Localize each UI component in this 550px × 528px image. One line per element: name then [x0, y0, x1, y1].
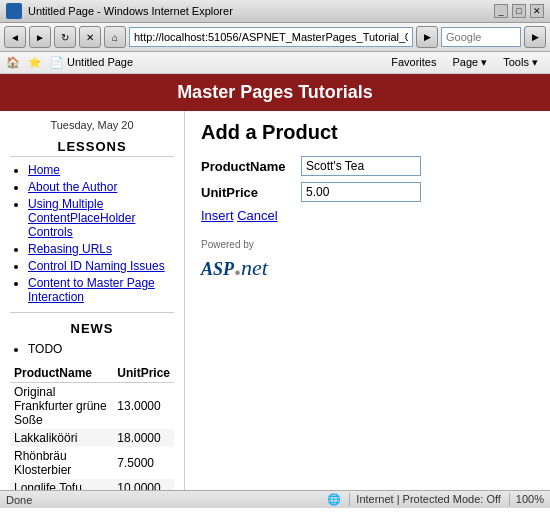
table-row: Original Frankfurter grüne Soße 13.0000 — [10, 383, 174, 430]
unitprice-label: UnitPrice — [201, 185, 301, 200]
nav-item-multiple-cph[interactable]: Using Multiple ContentPlaceHolder Contro… — [28, 197, 174, 239]
products-table: ProductName UnitPrice Original Frankfurt… — [10, 364, 174, 490]
productname-row: ProductName — [201, 156, 534, 176]
asp-text: ASP — [201, 259, 234, 280]
browser-icon — [6, 3, 22, 19]
product-name-cell: Original Frankfurter grüne Soße — [10, 383, 113, 430]
globe-icon: 🌐 — [327, 493, 341, 506]
sidebar: Tuesday, May 20 LESSONS Home About the A… — [0, 111, 185, 490]
page-title: Add a Product — [201, 121, 534, 144]
sidebar-nav: Home About the Author Using Multiple Con… — [10, 163, 174, 304]
minimize-btn[interactable]: _ — [494, 4, 508, 18]
status-bar: Done 🌐 Internet | Protected Mode: Off 10… — [0, 490, 550, 508]
unit-price-cell: 18.0000 — [113, 429, 174, 447]
zoom-level: 100% — [509, 493, 544, 506]
maximize-btn[interactable]: □ — [512, 4, 526, 18]
nav-item-rebasing[interactable]: Rebasing URLs — [28, 242, 174, 256]
unitprice-input[interactable] — [301, 182, 421, 202]
productname-label: ProductName — [201, 159, 301, 174]
unit-price-cell: 10.0000 — [113, 479, 174, 490]
news-item-todo: TODO — [28, 342, 174, 356]
tools-menu[interactable]: Tools ▾ — [497, 54, 544, 71]
search-input[interactable] — [441, 27, 521, 47]
page-menu[interactable]: Page ▾ — [447, 54, 494, 71]
col-unitprice: UnitPrice — [113, 364, 174, 383]
productname-input[interactable] — [301, 156, 421, 176]
product-name-cell: Longlife Tofu — [10, 479, 113, 490]
status-right: 🌐 Internet | Protected Mode: Off 100% — [327, 493, 544, 506]
page-body: Tuesday, May 20 LESSONS Home About the A… — [0, 111, 550, 490]
sidebar-divider — [10, 312, 174, 313]
status-zone: Internet | Protected Mode: Off — [349, 493, 501, 506]
powered-by-text: Powered by — [201, 239, 254, 250]
lessons-title: LESSONS — [10, 139, 174, 157]
news-list: TODO — [10, 342, 174, 356]
insert-button[interactable]: Insert — [201, 208, 234, 223]
unit-price-cell: 13.0000 — [113, 383, 174, 430]
table-row: Rhönbräu Klosterbier 7.5000 — [10, 447, 174, 479]
status-text: Done — [6, 494, 32, 506]
nav-item-control-id[interactable]: Control ID Naming Issues — [28, 259, 174, 273]
aspnet-logo-area: Powered by ASP . net — [201, 239, 534, 281]
nav-item-author[interactable]: About the Author — [28, 180, 174, 194]
table-row: Longlife Tofu 10.0000 — [10, 479, 174, 490]
page-wrapper: Master Pages Tutorials Tuesday, May 20 L… — [0, 74, 550, 490]
col-productname: ProductName — [10, 364, 113, 383]
close-btn[interactable]: ✕ — [530, 4, 544, 18]
go-button[interactable]: ▶ — [416, 26, 438, 48]
product-form: ProductName UnitPrice Insert Cancel — [201, 156, 534, 223]
page-header: Master Pages Tutorials — [0, 74, 550, 111]
refresh-button[interactable]: ↻ — [54, 26, 76, 48]
browser-toolbar: ◄ ► ↻ ✕ ⌂ ▶ ▶ — [0, 23, 550, 52]
dot-text: . — [234, 252, 241, 280]
unit-price-cell: 7.5000 — [113, 447, 174, 479]
window-title: Untitled Page - Windows Internet Explore… — [28, 5, 233, 17]
title-bar: Untitled Page - Windows Internet Explore… — [0, 0, 550, 23]
table-row: Lakkalikööri 18.0000 — [10, 429, 174, 447]
unitprice-row: UnitPrice — [201, 182, 534, 202]
back-button[interactable]: ◄ — [4, 26, 26, 48]
stop-button[interactable]: ✕ — [79, 26, 101, 48]
product-name-cell: Lakkalikööri — [10, 429, 113, 447]
favorites-menu[interactable]: Favorites — [385, 54, 442, 71]
address-bar[interactable] — [129, 27, 413, 47]
header-title: Master Pages Tutorials — [177, 82, 373, 102]
aspnet-logo: ASP . net — [201, 252, 268, 281]
form-actions: Insert Cancel — [201, 208, 534, 223]
forward-button[interactable]: ► — [29, 26, 51, 48]
home-button[interactable]: ⌂ — [104, 26, 126, 48]
sidebar-date: Tuesday, May 20 — [10, 119, 174, 131]
browser-menubar: 🏠 ⭐ 📄 Untitled Page Favorites Page ▾ Too… — [0, 52, 550, 74]
news-title: NEWS — [10, 321, 174, 336]
nav-item-content-interaction[interactable]: Content to Master Page Interaction — [28, 276, 174, 304]
product-name-cell: Rhönbräu Klosterbier — [10, 447, 113, 479]
net-text: net — [241, 255, 268, 281]
search-go-button[interactable]: ▶ — [524, 26, 546, 48]
nav-item-home[interactable]: Home — [28, 163, 174, 177]
cancel-button[interactable]: Cancel — [237, 208, 277, 223]
main-content: Add a Product ProductName UnitPrice Inse… — [185, 111, 550, 490]
